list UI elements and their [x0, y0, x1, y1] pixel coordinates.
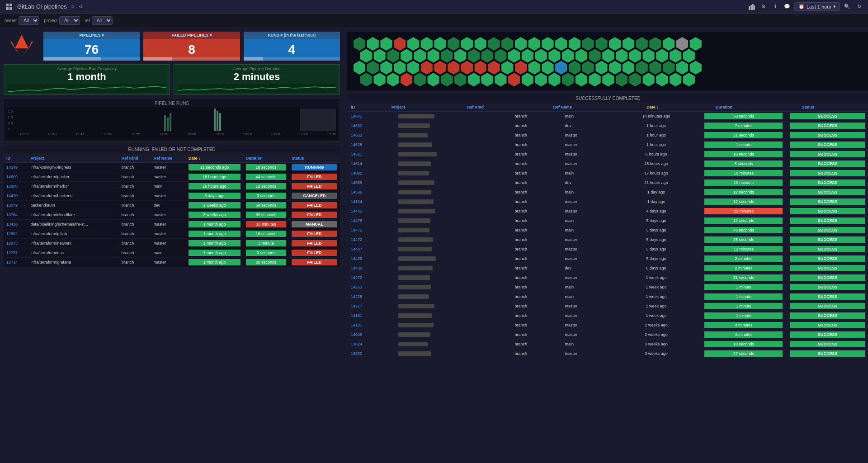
s-col-ref-kind[interactable]: Ref Kind: [463, 103, 549, 112]
chart-icon[interactable]: [747, 2, 756, 11]
id-link[interactable]: 14272: [351, 275, 362, 280]
col-project[interactable]: Project: [28, 154, 119, 163]
id-link[interactable]: 12797: [6, 250, 18, 255]
id-link[interactable]: 14253: [351, 285, 362, 289]
right-panel: SUCCESSFULLY COMPLETED ID Project Ref Ki…: [344, 28, 868, 463]
id-link[interactable]: 13824: [351, 342, 362, 346]
id-link[interactable]: 13410: [6, 222, 18, 227]
id-link[interactable]: 14559: [351, 180, 362, 185]
id-link[interactable]: 14121: [351, 323, 362, 327]
date-cell: 5 days ago: [615, 237, 698, 242]
col-id[interactable]: ID: [4, 154, 28, 163]
s-col-id[interactable]: ID: [347, 103, 388, 112]
id-link[interactable]: 14549: [6, 165, 18, 170]
project-cell: [395, 321, 511, 330]
ref-kind-cell: branch: [511, 330, 561, 340]
svg-rect-21: [300, 109, 336, 131]
hex-cell: [669, 72, 682, 87]
id-link[interactable]: 12902: [6, 232, 18, 236]
id-link[interactable]: 14049: [351, 332, 362, 337]
refresh-icon[interactable]: ↻: [854, 2, 863, 11]
id-link[interactable]: 13879: [6, 203, 18, 208]
duration-cell: 13 minutes: [704, 246, 783, 252]
hex-cell: [447, 61, 460, 75]
avg-row: Average Pipeline Run Frequency 1 month A…: [4, 64, 340, 95]
id-link[interactable]: 14228: [351, 294, 362, 299]
id-link[interactable]: 14628: [351, 142, 362, 147]
date-cell: 2 weeks ago: [615, 332, 698, 337]
id-link[interactable]: 14407: [351, 247, 362, 251]
share-icon[interactable]: ⊲: [79, 4, 83, 9]
id-link[interactable]: 14621: [351, 152, 362, 156]
id-link[interactable]: 14438: [351, 266, 362, 270]
table-row: 13410 data/pipelining/schemas/fre-st... …: [4, 220, 340, 229]
time-range-selector[interactable]: ⏰ Last 1 hour ▾: [794, 2, 840, 11]
id-link[interactable]: 14536: [351, 190, 362, 194]
id-link[interactable]: 14445: [351, 209, 362, 213]
success-table-wrapper[interactable]: 14641 branch main 14 minutes ago 58 seco…: [347, 112, 868, 359]
status-badge: FAILED: [292, 183, 337, 189]
id-link[interactable]: 13820: [351, 351, 362, 356]
table-row: 14253 branch main 1 week ago 1 minute SU…: [347, 283, 868, 292]
col-ref-kind[interactable]: Ref Kind: [119, 154, 151, 163]
duration-cell: 4 minutes: [704, 322, 783, 328]
zoom-icon[interactable]: 🔍: [843, 2, 852, 11]
id-link[interactable]: 14609: [6, 175, 18, 179]
id-link[interactable]: 14470: [6, 194, 18, 198]
settings-icon[interactable]: ⚙: [759, 2, 768, 11]
project-select[interactable]: All: [59, 16, 80, 25]
date-cell: 21 hours ago: [615, 180, 698, 185]
id-link[interactable]: 14472: [351, 237, 362, 242]
status-badge: SUCCESS: [790, 331, 865, 338]
id-link[interactable]: 13764: [6, 213, 18, 217]
id-link[interactable]: 12714: [6, 260, 18, 265]
status-badge: SUCCESS: [790, 246, 865, 252]
s-col-duration[interactable]: Duration: [712, 103, 798, 112]
status-badge: SUCCESS: [790, 293, 865, 300]
owner-label: owner: [5, 18, 17, 23]
id-link[interactable]: 14104: [351, 199, 362, 204]
info-icon[interactable]: ℹ: [771, 2, 780, 11]
id-link[interactable]: 14614: [351, 161, 362, 166]
date-cell: 1 month ago: [189, 231, 241, 237]
s-col-status[interactable]: Status: [798, 103, 868, 112]
grid-icon[interactable]: [5, 2, 14, 11]
id-link[interactable]: 14475: [351, 228, 362, 232]
ref-kind-cell: branch: [511, 169, 561, 178]
ref-kind-cell: branch: [511, 349, 561, 359]
date-cell: 18 hours ago: [189, 183, 241, 189]
id-link[interactable]: 14641: [351, 114, 362, 118]
id-link[interactable]: 12808: [6, 184, 18, 189]
status-badge: SUCCESS: [790, 255, 865, 262]
id-link[interactable]: 12873: [6, 241, 18, 246]
project-cell: [395, 311, 511, 321]
col-duration[interactable]: Duration: [243, 154, 289, 163]
comment-icon[interactable]: 💬: [783, 2, 792, 11]
id-link[interactable]: 14439: [351, 256, 362, 261]
s-col-ref-name[interactable]: Ref Name: [550, 103, 643, 112]
col-date[interactable]: Date ↓: [186, 154, 243, 163]
ref-kind-cell: branch: [511, 321, 561, 330]
table-row: 14438 branch dev 6 days ago 2 minutes SU…: [347, 264, 868, 273]
s-col-project[interactable]: Project: [388, 103, 463, 112]
duration-cell: 1 minute: [704, 312, 783, 319]
star-icon[interactable]: ☆: [71, 4, 75, 9]
svg-rect-18: [214, 109, 216, 131]
id-link[interactable]: 14227: [351, 304, 362, 308]
id-link[interactable]: 14191: [351, 313, 362, 318]
s-col-date[interactable]: Date ↓: [643, 103, 712, 112]
id-link[interactable]: 14092: [351, 171, 362, 175]
date-cell: 5 days ago: [615, 218, 698, 223]
id-link[interactable]: 14476: [351, 218, 362, 223]
id-link[interactable]: 14633: [351, 133, 362, 137]
owner-select[interactable]: All: [19, 16, 39, 25]
col-status[interactable]: Status: [289, 154, 340, 163]
id-link[interactable]: 14630: [351, 123, 362, 128]
duration-cell: 31 seconds: [704, 274, 783, 281]
svg-marker-14: [28, 42, 33, 48]
col-ref-name[interactable]: Ref Name: [151, 154, 186, 163]
ref-select[interactable]: All: [92, 16, 113, 25]
ref-kind-cell: branch: [119, 182, 151, 191]
table-row: 14472 branch master 5 days ago 25 second…: [347, 235, 868, 245]
hex-cell: [501, 61, 514, 75]
